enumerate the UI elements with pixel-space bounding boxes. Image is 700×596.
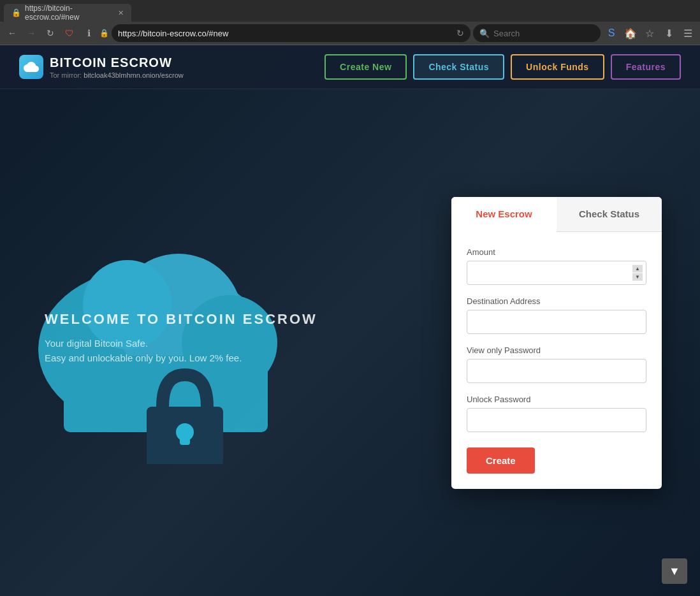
view-password-label: View only Password	[467, 345, 646, 355]
amount-spinner: ▲ ▼	[632, 265, 643, 280]
main-area: WELCOME TO BITCOIN ESCROW Your digital B…	[0, 89, 700, 596]
cloud-container: WELCOME TO BITCOIN ESCROW Your digital B…	[26, 222, 319, 464]
check-status-button[interactable]: Check Status	[413, 54, 504, 80]
view-password-input[interactable]	[467, 359, 646, 383]
create-new-button[interactable]: Create New	[324, 54, 407, 80]
view-password-group: View only Password	[467, 345, 646, 383]
extensions-icon[interactable]: S	[603, 25, 620, 41]
tor-link[interactable]: bitcloak43blmhmn.onion/escrow	[84, 71, 184, 79]
welcome-text: WELCOME TO BITCOIN ESCROW Your digital B…	[45, 311, 317, 367]
unlock-funds-button[interactable]: Unlock Funds	[511, 54, 604, 80]
subtitle-2: Easy and unlockable only by you. Low 2% …	[45, 353, 317, 363]
amount-group: Amount ▲ ▼	[467, 247, 646, 285]
bookmarks-icon[interactable]: ☆	[641, 25, 658, 41]
tab-new-escrow[interactable]: New Escrow	[451, 197, 557, 232]
downloads-icon[interactable]: ⬇	[660, 25, 677, 41]
tab-close-icon[interactable]: ✕	[118, 9, 124, 17]
search-input[interactable]	[493, 29, 601, 38]
subtitle-1: Your digital Bitcoin Safe.	[45, 338, 317, 349]
tab-favicon: 🔒	[11, 8, 21, 17]
amount-input[interactable]	[467, 261, 646, 285]
scroll-corner-button[interactable]: ▼	[662, 558, 687, 584]
svg-rect-8	[180, 432, 190, 445]
reload-icon[interactable]: ↻	[456, 28, 464, 38]
escrow-panel: New Escrow Check Status Amount ▲ ▼	[451, 197, 662, 489]
unlock-password-group: Unlock Password	[467, 395, 646, 432]
reload-button[interactable]: ↻	[42, 25, 59, 41]
url-input[interactable]	[118, 29, 453, 38]
logo-icon	[19, 55, 43, 79]
info-icon: ℹ	[80, 25, 97, 41]
menu-icon[interactable]: ☰	[680, 25, 696, 41]
illustration: WELCOME TO BITCOIN ESCROW Your digital B…	[0, 89, 332, 596]
amount-down-button[interactable]: ▼	[632, 273, 643, 280]
forward-button[interactable]: →	[23, 25, 40, 41]
scroll-icon: ▼	[669, 565, 680, 578]
destination-group: Destination Address	[467, 296, 646, 334]
tab-check-status[interactable]: Check Status	[557, 197, 662, 232]
search-icon: 🔍	[479, 29, 490, 38]
destination-input[interactable]	[467, 310, 646, 334]
unlock-password-input[interactable]	[467, 408, 646, 432]
amount-label: Amount	[467, 247, 646, 257]
create-escrow-button[interactable]: Create	[467, 447, 535, 474]
browser-tab[interactable]: 🔒 https://bitcoin-escrow.co/#new ✕	[4, 4, 131, 22]
unlock-password-label: Unlock Password	[467, 395, 646, 404]
panel-body: Amount ▲ ▼ Destination Address	[451, 232, 662, 489]
nav-buttons: Create New Check Status Unlock Funds Fea…	[324, 54, 681, 80]
search-bar[interactable]: 🔍	[473, 24, 601, 42]
logo-text: BITCOIN ESCROW	[50, 55, 184, 70]
secure-icon: 🔒	[99, 29, 109, 38]
amount-wrapper: ▲ ▼	[467, 261, 646, 285]
logo-area: BITCOIN ESCROW Tor mirror: bitcloak43blm…	[19, 55, 184, 79]
tab-title: https://bitcoin-escrow.co/#new	[25, 4, 110, 22]
amount-up-button[interactable]: ▲	[632, 265, 643, 272]
tor-mirror: Tor mirror: bitcloak43blmhmn.onion/escro…	[50, 71, 184, 79]
destination-label: Destination Address	[467, 296, 646, 306]
features-button[interactable]: Features	[611, 54, 681, 80]
site-header: BITCOIN ESCROW Tor mirror: bitcloak43blm…	[0, 45, 700, 89]
panel-tabs: New Escrow Check Status	[451, 197, 662, 232]
back-button[interactable]: ←	[4, 25, 20, 41]
welcome-title: WELCOME TO BITCOIN ESCROW	[45, 311, 317, 328]
home-icon[interactable]: 🏠	[622, 25, 639, 41]
shield-icon: 🛡	[61, 25, 78, 41]
address-bar[interactable]: ↻	[112, 24, 470, 42]
